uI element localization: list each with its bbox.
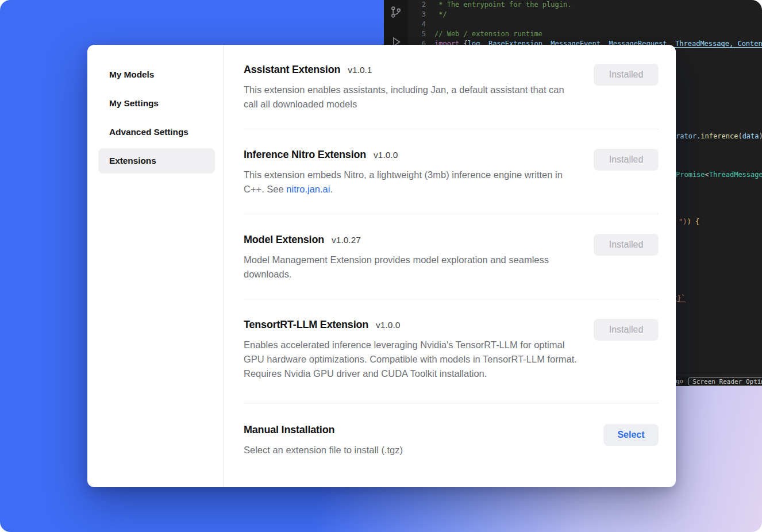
- screen-reader-optimize-button[interactable]: Screen Reader Optimize: [688, 377, 762, 385]
- extension-title: Model Extension: [244, 234, 324, 246]
- code-text: "): [679, 218, 687, 226]
- line-number: 3: [408, 10, 434, 20]
- extension-title-line: Inference Nitro Extension v1.0.0: [244, 149, 580, 161]
- code-text: );: [759, 132, 762, 140]
- code-text: rator.: [676, 132, 701, 140]
- manual-installation-row: Manual Installation Select an extension …: [244, 403, 659, 475]
- installed-button: Installed: [594, 234, 659, 256]
- extension-title: TensortRT-LLM Extension: [244, 319, 368, 331]
- code-text: <: [705, 171, 709, 179]
- extension-info: Inference Nitro Extension v1.0.0 This ex…: [244, 149, 580, 196]
- extension-row-assistant: Assistant Extension v1.0.1 This extensio…: [244, 45, 659, 129]
- installed-button: Installed: [594, 149, 659, 171]
- extensions-list: Assistant Extension v1.0.1 This extensio…: [224, 45, 676, 487]
- extension-title-line: TensortRT-LLM Extension v1.0.0: [244, 319, 580, 331]
- extension-title-line: Assistant Extension v1.0.1: [244, 64, 580, 76]
- extension-row-tensorrt-llm: TensortRT-LLM Extension v1.0.0 Enables a…: [244, 299, 659, 403]
- line-number: 2: [408, 0, 434, 10]
- code-text: data: [742, 132, 759, 140]
- extension-row-model: Model Extension v1.0.27 Model Management…: [244, 214, 659, 299]
- description-text: .: [330, 184, 333, 194]
- sidebar-item-extensions[interactable]: Extensions: [98, 148, 215, 174]
- code-fragment: rator.inference(data);: [676, 132, 762, 141]
- desktop: 2 * The entrypoint for the plugin. 3 */ …: [0, 0, 762, 532]
- extension-info: Model Extension v1.0.27 Model Management…: [244, 234, 580, 282]
- extension-description: This extension embeds Nitro, a lightweig…: [244, 168, 580, 196]
- code-line: 3 */: [408, 10, 762, 20]
- extension-title-line: Manual Installation: [244, 424, 403, 436]
- source-control-icon[interactable]: [389, 5, 403, 19]
- line-number: 4: [408, 20, 434, 29]
- code-text: ThreadMessage: [709, 171, 762, 179]
- settings-modal: My Models My Settings Advanced Settings …: [87, 45, 676, 487]
- extension-row-inference-nitro: Inference Nitro Extension v1.0.0 This ex…: [244, 129, 659, 214]
- code-line: 5 // Web / extension runtime: [408, 29, 762, 39]
- extension-version: v1.0.27: [332, 235, 361, 245]
- code-line: 4: [408, 20, 762, 29]
- code-fragment: ")) {: [679, 218, 699, 226]
- extension-version: v1.0.1: [348, 65, 372, 75]
- manual-installation-title: Manual Installation: [244, 424, 334, 436]
- extension-title-line: Model Extension v1.0.27: [244, 234, 580, 246]
- code-text: ) {: [687, 218, 699, 226]
- code-fragment: Promise<ThreadMessage>: [676, 171, 762, 179]
- extension-description: Enables accelerated inference leveraging…: [244, 338, 580, 381]
- status-text: go: [676, 377, 683, 385]
- nitro-jan-ai-link[interactable]: nitro.jan.ai: [286, 184, 330, 194]
- manual-installation-description: Select an extension file to install (.tg…: [244, 443, 403, 457]
- code-line: 2 * The entrypoint for the plugin.: [408, 0, 762, 10]
- extension-title: Assistant Extension: [244, 64, 340, 76]
- code-text: inference: [701, 132, 738, 140]
- extension-title: Inference Nitro Extension: [244, 149, 366, 161]
- code-text: * The entrypoint for the plugin.: [434, 0, 571, 10]
- sidebar-item-my-settings[interactable]: My Settings: [98, 91, 215, 116]
- extension-info: Manual Installation Select an extension …: [244, 424, 403, 457]
- extension-info: TensortRT-LLM Extension v1.0.0 Enables a…: [244, 319, 580, 381]
- extension-info: Assistant Extension v1.0.1 This extensio…: [244, 64, 580, 111]
- installed-button: Installed: [594, 64, 659, 86]
- extension-description: This extension enables assistants, inclu…: [244, 83, 580, 111]
- code-text: (: [738, 132, 742, 140]
- line-number: 5: [408, 29, 434, 39]
- extension-version: v1.0.0: [376, 320, 400, 330]
- sidebar-item-my-models[interactable]: My Models: [98, 62, 215, 87]
- code-text: // Web / extension runtime: [434, 29, 542, 39]
- select-button[interactable]: Select: [603, 424, 659, 446]
- code-text: */: [434, 10, 447, 20]
- extension-version: v1.0.0: [374, 150, 398, 160]
- extension-description: Model Management Extension provides mode…: [244, 253, 580, 282]
- code-text: Promise: [676, 171, 705, 179]
- installed-button: Installed: [594, 319, 659, 341]
- settings-sidebar: My Models My Settings Advanced Settings …: [87, 45, 224, 487]
- code-area: 2 * The entrypoint for the plugin. 3 */ …: [408, 0, 762, 49]
- sidebar-item-advanced-settings[interactable]: Advanced Settings: [98, 119, 215, 145]
